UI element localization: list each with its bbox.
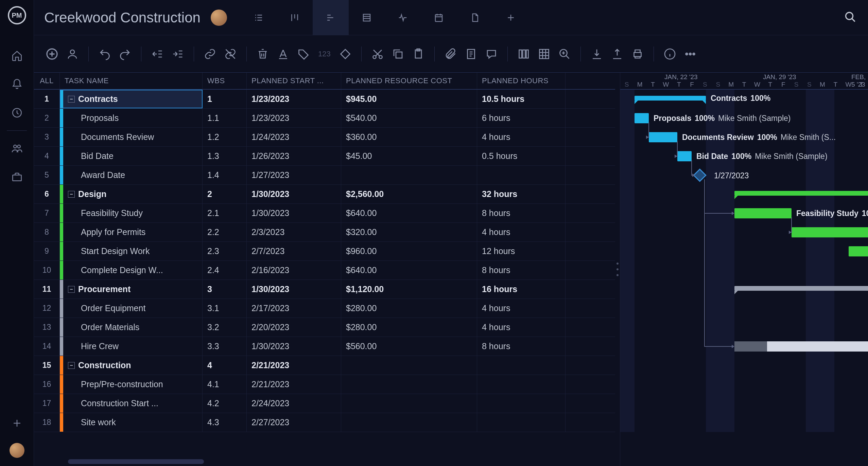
column-header-all[interactable]: ALL xyxy=(34,73,60,89)
grid-button[interactable] xyxy=(536,46,552,62)
task-name-cell[interactable]: Feasibility Study xyxy=(60,204,203,222)
task-name-cell[interactable]: Award Date xyxy=(60,166,203,184)
cell-hours[interactable]: 8 hours xyxy=(477,337,566,356)
unlink-button[interactable] xyxy=(223,46,238,62)
task-name-cell[interactable]: Apply for Permits xyxy=(60,223,203,241)
row-number[interactable]: 12 xyxy=(34,299,60,318)
team-icon[interactable] xyxy=(10,142,24,155)
cell-start[interactable]: 1/24/2023 xyxy=(247,128,341,146)
add-task-button[interactable] xyxy=(44,46,60,62)
row-number[interactable]: 2 xyxy=(34,109,60,127)
cell-hours[interactable] xyxy=(477,166,566,184)
task-name-cell[interactable]: Prep/Pre-construction xyxy=(60,375,203,394)
cell-cost[interactable]: $540.00 xyxy=(341,109,477,127)
zoom-button[interactable] xyxy=(557,46,572,62)
row-number[interactable]: 13 xyxy=(34,318,60,337)
text-format-button[interactable] xyxy=(275,46,291,62)
cell-cost[interactable] xyxy=(341,356,477,375)
row-number[interactable]: 15 xyxy=(34,356,60,375)
cell-start[interactable]: 1/30/2023 xyxy=(247,185,341,203)
project-owner-avatar[interactable] xyxy=(211,10,227,26)
cell-cost[interactable]: $280.00 xyxy=(341,318,477,337)
app-logo[interactable]: PM xyxy=(8,6,26,24)
table-row[interactable]: 9Start Design Work2.32/7/2023$960.0012 h… xyxy=(34,242,615,261)
delete-button[interactable] xyxy=(255,46,271,62)
cell-wbs[interactable]: 2.4 xyxy=(203,261,247,280)
cell-start[interactable]: 2/16/2023 xyxy=(247,261,341,280)
pane-splitter[interactable] xyxy=(615,73,620,466)
view-tab-gantt[interactable] xyxy=(313,0,349,35)
cell-wbs[interactable]: 1.2 xyxy=(203,128,247,146)
table-row[interactable]: 14Hire Crew3.31/30/2023$560.008 hours xyxy=(34,337,615,356)
cell-wbs[interactable]: 2.3 xyxy=(203,242,247,261)
task-name-cell[interactable]: Complete Design W... xyxy=(60,261,203,280)
redo-button[interactable] xyxy=(117,46,133,62)
cell-hours[interactable] xyxy=(477,394,566,413)
print-button[interactable] xyxy=(630,46,645,62)
column-header-name[interactable]: TASK NAME xyxy=(60,73,203,89)
task-name-cell[interactable]: Construction Start ... xyxy=(60,394,203,413)
view-tab-add[interactable] xyxy=(493,0,529,35)
cell-cost[interactable]: $960.00 xyxy=(341,242,477,261)
more-button[interactable] xyxy=(682,46,698,62)
horizontal-scrollbar[interactable] xyxy=(68,459,204,464)
table-row[interactable]: 16Prep/Pre-construction4.12/21/2023 xyxy=(34,375,615,394)
cell-wbs[interactable]: 1.4 xyxy=(203,166,247,184)
cell-hours[interactable] xyxy=(477,356,566,375)
view-tab-sheet[interactable] xyxy=(349,0,385,35)
cell-hours[interactable]: 8 hours xyxy=(477,204,566,222)
cell-cost[interactable]: $640.00 xyxy=(341,261,477,280)
table-row[interactable]: 13Order Materials3.22/20/2023$280.004 ho… xyxy=(34,318,615,337)
row-number[interactable]: 3 xyxy=(34,128,60,146)
table-row[interactable]: 8Apply for Permits2.22/3/2023$320.004 ho… xyxy=(34,223,615,242)
link-button[interactable] xyxy=(202,46,218,62)
cell-wbs[interactable]: 4.2 xyxy=(203,394,247,413)
import-button[interactable] xyxy=(589,46,605,62)
cell-wbs[interactable]: 3.3 xyxy=(203,337,247,356)
cell-wbs[interactable]: 2 xyxy=(203,185,247,203)
view-tab-file[interactable] xyxy=(457,0,493,35)
row-number[interactable]: 4 xyxy=(34,147,60,165)
cell-hours[interactable]: 4 hours xyxy=(477,299,566,318)
collapse-toggle[interactable]: − xyxy=(68,191,75,198)
cell-wbs[interactable]: 1.1 xyxy=(203,109,247,127)
cell-wbs[interactable]: 1 xyxy=(203,90,247,108)
table-row[interactable]: 15−Construction42/21/2023 xyxy=(34,356,615,375)
cell-start[interactable]: 2/7/2023 xyxy=(247,242,341,261)
cell-hours[interactable]: 10.5 hours xyxy=(477,90,566,108)
task-name-cell[interactable]: Start Design Work xyxy=(60,242,203,261)
notes-button[interactable] xyxy=(463,46,479,62)
row-number[interactable]: 7 xyxy=(34,204,60,222)
cell-cost[interactable]: $640.00 xyxy=(341,204,477,222)
task-name-cell[interactable]: Order Materials xyxy=(60,318,203,337)
cell-start[interactable]: 2/20/2023 xyxy=(247,318,341,337)
task-name-cell[interactable]: Hire Crew xyxy=(60,337,203,356)
view-tab-pulse[interactable] xyxy=(385,0,421,35)
cell-start[interactable]: 2/3/2023 xyxy=(247,223,341,241)
table-row[interactable]: 18Site work4.32/27/2023 xyxy=(34,413,615,432)
cell-cost[interactable] xyxy=(341,413,477,432)
table-row[interactable]: 11−Procurement31/30/2023$1,120.0016 hour… xyxy=(34,280,615,299)
clock-icon[interactable] xyxy=(10,106,24,120)
cell-hours[interactable]: 4 hours xyxy=(477,128,566,146)
column-header-hours[interactable]: PLANNED HOURS xyxy=(477,73,566,89)
cell-cost[interactable]: $1,120.00 xyxy=(341,280,477,299)
gantt-body[interactable]: Contracts100%Proposals100%Mike Smith (Sa… xyxy=(620,90,868,432)
table-row[interactable]: 3Documents Review1.21/24/2023$360.004 ho… xyxy=(34,128,615,147)
task-name-cell[interactable]: −Contracts xyxy=(60,90,203,108)
cell-wbs[interactable]: 4.1 xyxy=(203,375,247,394)
cell-start[interactable]: 1/30/2023 xyxy=(247,204,341,222)
task-name-cell[interactable]: −Design xyxy=(60,185,203,203)
row-number[interactable]: 6 xyxy=(34,185,60,203)
cell-hours[interactable]: 12 hours xyxy=(477,242,566,261)
view-tab-calendar[interactable] xyxy=(421,0,457,35)
task-name-cell[interactable]: Proposals xyxy=(60,109,203,127)
briefcase-icon[interactable] xyxy=(10,170,24,184)
row-number[interactable]: 17 xyxy=(34,394,60,413)
cell-start[interactable]: 2/24/2023 xyxy=(247,394,341,413)
cell-start[interactable]: 1/27/2023 xyxy=(247,166,341,184)
home-icon[interactable] xyxy=(10,49,24,62)
cell-cost[interactable]: $2,560.00 xyxy=(341,185,477,203)
table-row[interactable]: 17Construction Start ...4.22/24/2023 xyxy=(34,394,615,413)
cell-start[interactable]: 1/30/2023 xyxy=(247,337,341,356)
